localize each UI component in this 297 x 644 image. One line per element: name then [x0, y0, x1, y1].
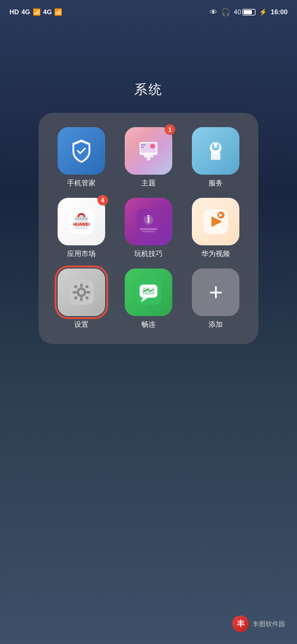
- app-item-changlian[interactable]: 畅连: [118, 269, 179, 330]
- app-item-wanjiqiaojiao[interactable]: i 玩机技巧: [118, 198, 179, 259]
- app-icon-wrap-wanjiqiaojiao: i: [125, 198, 172, 245]
- charging-icon: ⚡: [259, 8, 267, 16]
- app-label-settings: 设置: [74, 320, 89, 330]
- app-item-guanjia[interactable]: 手机管家: [50, 127, 112, 188]
- battery-label: 40: [234, 8, 241, 15]
- svg-rect-25: [80, 283, 83, 288]
- svg-rect-3: [147, 157, 150, 160]
- folder-title: 系统: [134, 81, 163, 99]
- battery-icon: [242, 9, 255, 15]
- app-icon-fuwu: [192, 127, 239, 175]
- service-svg: [202, 137, 229, 165]
- app-label-zhuti: 主题: [141, 178, 156, 188]
- watermark-logo-text: 丰: [237, 618, 245, 629]
- main-content: 系统 手机管家 1: [0, 21, 297, 344]
- app-icon-zhuti: [125, 127, 172, 175]
- app-icon-wrap-settings: [58, 269, 105, 316]
- app-icon-appstore: HUAWEI: [58, 198, 105, 245]
- appstore-svg: HUAWEI: [68, 208, 95, 235]
- signal-icon-2: 📶: [54, 8, 62, 16]
- svg-rect-28: [86, 291, 90, 293]
- svg-rect-2: [144, 155, 153, 157]
- svg-rect-27: [72, 291, 77, 293]
- app-icon-wrap-fuwu: [192, 127, 239, 175]
- app-item-add[interactable]: + 添加: [185, 269, 247, 330]
- badge-appstore: 4: [97, 195, 108, 206]
- svg-rect-6: [141, 147, 144, 148]
- app-icon-wrap-changlian: [125, 269, 172, 316]
- svg-rect-16: [140, 228, 157, 230]
- app-icon-wrap-add: +: [192, 269, 239, 316]
- app-item-huaweivideo[interactable]: 华为视频: [185, 198, 247, 259]
- eye-icon: 👁: [210, 8, 217, 17]
- status-right: 👁 🎧 40 ⚡ 16:00: [210, 8, 287, 17]
- app-label-fuwu: 服务: [208, 178, 223, 188]
- folder-container: 手机管家 1: [39, 113, 258, 344]
- watermark: 丰 丰图软件园: [232, 615, 285, 632]
- shield-svg: [68, 137, 95, 165]
- app-item-appstore[interactable]: 4 HUAWEI: [50, 198, 112, 259]
- app-icon-wanjiqiaojiao: i: [125, 198, 172, 245]
- signal-label-1: 4G: [21, 8, 30, 15]
- app-grid: 手机管家 1: [50, 127, 247, 330]
- app-label-add: 添加: [208, 320, 223, 330]
- app-icon-wrap-huaweivideo: [192, 198, 239, 245]
- svg-point-9: [214, 143, 217, 147]
- svg-rect-17: [142, 231, 155, 232]
- svg-text:i: i: [147, 213, 150, 225]
- chat-svg: [135, 279, 162, 306]
- app-item-zhuti[interactable]: 1 主题: [118, 127, 179, 188]
- app-label-changlian: 畅连: [141, 320, 156, 330]
- svg-point-4: [150, 144, 155, 149]
- app-item-fuwu[interactable]: 服务: [185, 127, 247, 188]
- app-item-settings[interactable]: 设置: [50, 269, 112, 330]
- svg-point-24: [79, 290, 84, 295]
- app-icon-settings: [58, 269, 105, 316]
- status-left: HD 4G 📶 4G 📶: [10, 8, 62, 16]
- theme-svg: [135, 137, 162, 165]
- watermark-site: 丰图软件园: [252, 620, 285, 629]
- time-display: 16:00: [271, 8, 287, 15]
- battery-container: 40: [234, 8, 255, 15]
- headphone-icon: 🎧: [221, 8, 230, 17]
- hd-label: HD: [10, 8, 19, 15]
- svg-rect-26: [80, 297, 83, 301]
- app-icon-wrap-guanjia: [58, 127, 105, 175]
- settings-svg: [68, 279, 95, 306]
- tips-svg: i: [135, 208, 162, 235]
- app-label-wanjiqiaojiao: 玩机技巧: [134, 249, 163, 259]
- video-svg: [202, 208, 229, 235]
- app-icon-add: +: [192, 269, 239, 316]
- app-icon-guanjia: [58, 127, 105, 175]
- signal-label-2: 4G: [43, 8, 52, 15]
- app-label-huaweivideo: 华为视频: [201, 249, 230, 259]
- svg-rect-5: [141, 144, 146, 146]
- status-bar: HD 4G 📶 4G 📶 👁 🎧 40 ⚡ 16:00: [0, 0, 297, 21]
- app-label-guanjia: 手机管家: [67, 178, 96, 188]
- app-icon-changlian: [125, 269, 172, 316]
- app-icon-huaweivideo: [192, 198, 239, 245]
- svg-rect-12: [75, 219, 88, 220]
- svg-text:HUAWEI: HUAWEI: [73, 222, 90, 226]
- app-label-appstore: 应用市场: [67, 249, 96, 259]
- watermark-logo: 丰: [232, 615, 249, 632]
- badge-zhuti: 1: [165, 124, 175, 135]
- signal-icon-1: 📶: [33, 8, 41, 16]
- app-icon-wrap-zhuti: 1: [125, 127, 172, 175]
- app-icon-wrap-appstore: 4 HUAWEI: [58, 198, 105, 245]
